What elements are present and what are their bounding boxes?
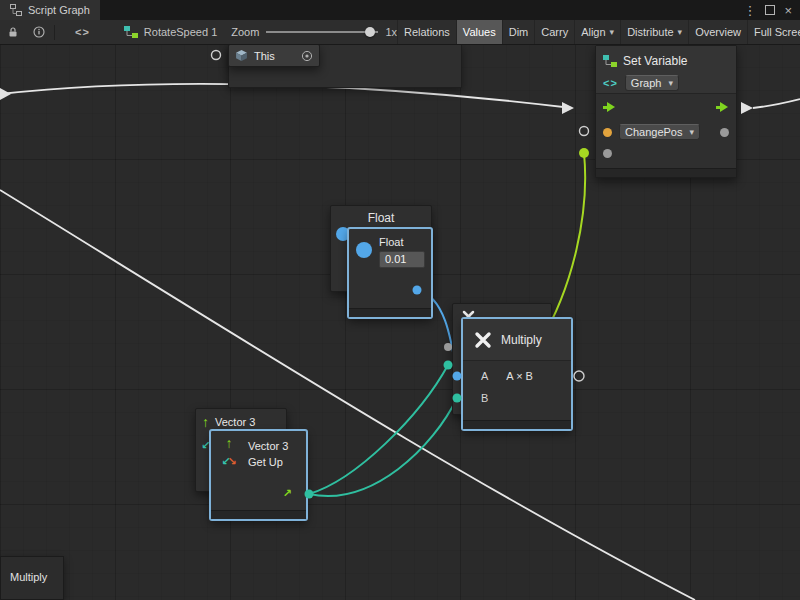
window-controls: ⋮ × [743, 0, 800, 20]
flow-port-row [596, 94, 736, 120]
overview-button[interactable]: Overview [688, 20, 747, 44]
flow-out-port[interactable] [716, 101, 729, 113]
graph-toolbar: <> RotateSpeed 1 Zoom 1x Relations Value… [0, 20, 800, 45]
output-row [349, 275, 431, 303]
zoom-control: Zoom 1x [231, 26, 397, 38]
node-footer [596, 168, 736, 177]
port-label-a: A [481, 370, 488, 382]
port-row-b: B [463, 387, 571, 409]
dropdown-value: Graph [631, 77, 662, 89]
node-header: Set Variable <> Graph ▾ [596, 46, 736, 94]
node-header: ↑ ↙↘ Vector 3 Get Up [211, 431, 306, 481]
wire-flow-out[interactable] [753, 99, 800, 108]
set-variable-icon [603, 55, 617, 67]
close-icon[interactable]: × [784, 4, 792, 17]
up-arrow-icon: ↑ [226, 436, 233, 450]
kebab-menu-icon[interactable]: ⋮ [743, 4, 756, 17]
port-label-result: A × B [506, 370, 533, 382]
script-graph-icon [10, 4, 22, 16]
node-header: ↑ Vector 3 [196, 409, 286, 429]
variable-name-dropdown[interactable]: ChangePos ▾ [619, 124, 700, 140]
info-icon [33, 26, 45, 38]
value-input-row [596, 144, 736, 162]
graph-variable-icon: <> [603, 77, 618, 89]
script-graph-window: Script Graph ⋮ × <> [0, 0, 800, 600]
node-footer [463, 420, 571, 429]
node-this[interactable]: This [228, 44, 320, 67]
toolbar-button-group: Relations Values Dim Carry Align▾ Distri… [397, 20, 800, 44]
maximize-icon[interactable] [765, 5, 775, 15]
toolbar-separator [54, 25, 55, 40]
variable-name-port[interactable] [603, 128, 612, 137]
zoom-slider[interactable] [266, 26, 378, 38]
node-title: Vector 3 [215, 416, 255, 428]
target-icon[interactable] [301, 50, 313, 62]
lock-button[interactable] [0, 20, 26, 44]
cube-icon [235, 49, 248, 62]
chevron-down-icon: ▾ [610, 27, 615, 37]
fullscreen-button[interactable]: Full Screen [747, 20, 800, 44]
node-footer [211, 510, 306, 519]
breadcrumb[interactable]: RotateSpeed 1 [124, 26, 217, 38]
values-button[interactable]: Values [456, 20, 502, 44]
graph-canvas[interactable]: This Set Variable <> [0, 44, 800, 600]
breadcrumb-label: RotateSpeed 1 [144, 26, 217, 38]
node-header: Float 0.01 [349, 229, 431, 275]
up-arrow-icon: ↑ [202, 415, 209, 429]
info-button[interactable] [26, 20, 52, 44]
node-footer [349, 308, 431, 317]
output-row: ↗ [211, 481, 306, 507]
float-value-input[interactable]: 0.01 [379, 251, 425, 268]
node-float[interactable]: Float 0.01 [348, 228, 432, 318]
dropdown-value: ChangePos [625, 126, 683, 138]
variable-row: ChangePos ▾ [596, 120, 736, 144]
node-vector3-get-up[interactable]: ↑ ↙↘ Vector 3 Get Up ↗ [210, 430, 307, 520]
flow-in-port[interactable] [603, 101, 616, 113]
port-label-b: B [481, 392, 488, 404]
node-title: Multiply [501, 333, 542, 347]
chevron-down-icon: ▾ [678, 27, 683, 37]
dim-button[interactable]: Dim [502, 20, 535, 44]
tab-label: Script Graph [28, 4, 90, 16]
zoom-label: Zoom [231, 26, 259, 38]
node-multiply[interactable]: Multiply A A × B B [462, 318, 572, 430]
tab-script-graph[interactable]: Script Graph [0, 0, 100, 20]
distribute-button[interactable]: Distribute▾ [620, 20, 688, 44]
multiply-icon [473, 330, 493, 350]
node-title: Float [379, 236, 425, 248]
zoom-value: 1x [385, 26, 397, 38]
port-row-a: A A × B [463, 365, 571, 387]
lock-icon [7, 26, 19, 38]
node-title: Float [331, 206, 431, 225]
carry-button[interactable]: Carry [534, 20, 574, 44]
down-left-arrow-icon: ↙ [201, 440, 210, 451]
zoom-slider-knob[interactable] [365, 27, 375, 37]
chevron-down-icon: ▾ [668, 78, 673, 88]
node-title: Multiply [1, 557, 63, 583]
value-output-port[interactable] [720, 128, 729, 137]
relations-button[interactable]: Relations [397, 20, 456, 44]
wire-getup-to-multiply-back[interactable] [309, 365, 448, 494]
align-button[interactable]: Align▾ [574, 20, 620, 44]
node-title: Vector 3 [248, 440, 288, 452]
vector3-icon: ↑ ↙↘ [218, 436, 240, 481]
node-subtitle: Get Up [248, 456, 288, 468]
node-header: Multiply [463, 319, 571, 361]
node-title: This [254, 50, 275, 62]
chevron-down-icon: ▾ [690, 127, 695, 137]
node-multiply-corner[interactable]: Multiply [0, 556, 64, 600]
node-title: Set Variable [623, 54, 687, 68]
down-right-arrow-icon: ↘ [228, 455, 237, 467]
float-icon [356, 242, 372, 258]
edit-graph-button[interactable]: <> [57, 20, 108, 44]
variable-kind-dropdown[interactable]: Graph ▾ [625, 75, 679, 91]
node-set-variable[interactable]: Set Variable <> Graph ▾ ChangePos [595, 45, 737, 178]
value-input-port[interactable] [603, 149, 612, 158]
vector-output-icon: ↗ [283, 488, 292, 499]
graph-asset-icon [124, 26, 138, 38]
tab-bar: Script Graph ⋮ × [0, 0, 800, 20]
zoom-slider-track[interactable] [266, 31, 378, 33]
